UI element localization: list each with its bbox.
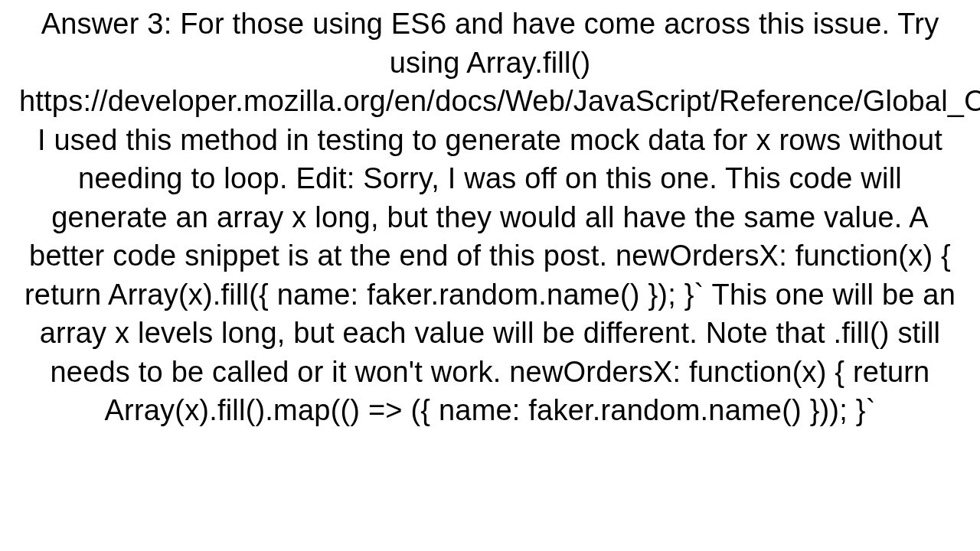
- answer-text: Answer 3: For those using ES6 and have c…: [19, 0, 961, 430]
